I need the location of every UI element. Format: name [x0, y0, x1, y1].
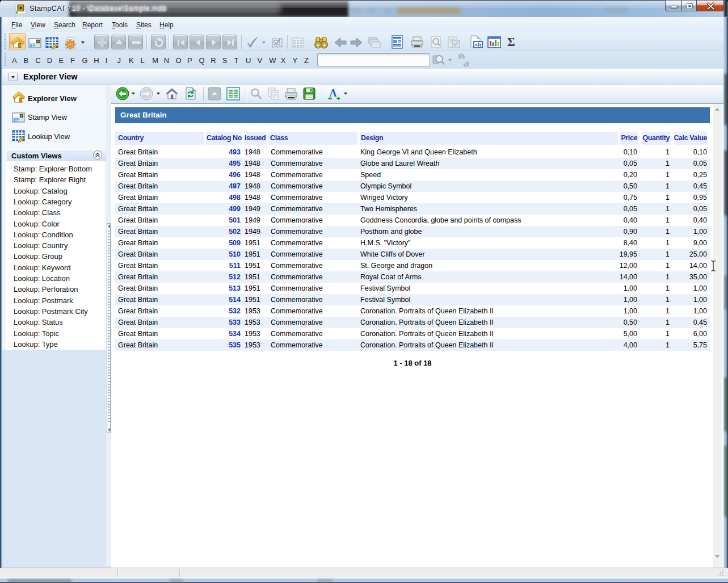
svg-text:<h: <h: [475, 42, 481, 48]
svg-text:Σ: Σ: [507, 35, 515, 49]
svg-text:A: A: [330, 87, 337, 99]
